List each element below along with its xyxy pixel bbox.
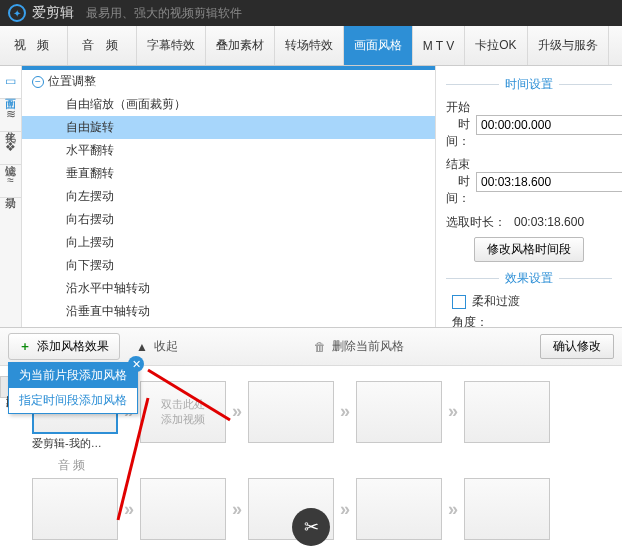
end-time-input[interactable] bbox=[476, 172, 622, 192]
audio-track-label: 音 频 bbox=[58, 457, 614, 474]
close-icon[interactable]: ✕ bbox=[128, 356, 144, 372]
tab-audio[interactable]: 音 频 bbox=[68, 26, 136, 65]
modify-time-button[interactable]: 修改风格时间段 bbox=[474, 237, 584, 262]
category-side-nav: ▭画面 ≋美化 ❖滤镜 ≈动景 bbox=[0, 66, 22, 327]
add-style-context-menu: ✕ 为当前片段添加风格 指定时间段添加风格 bbox=[8, 362, 138, 414]
context-item-time-range[interactable]: 指定时间段添加风格 bbox=[9, 388, 137, 413]
effect-list-item[interactable]: 自由旋转 bbox=[22, 116, 435, 139]
effect-list-item[interactable]: 向右摆动 bbox=[22, 208, 435, 231]
effect-group-header[interactable]: − 位置调整 bbox=[22, 70, 435, 93]
add-style-button[interactable]: ＋ 添加风格效果 bbox=[8, 333, 120, 360]
time-section-title: 时间设置 bbox=[446, 76, 612, 93]
tab-karaoke[interactable]: 卡拉OK bbox=[465, 26, 527, 65]
chevron-up-icon: ▲ bbox=[136, 340, 148, 354]
end-time-label: 结束时间： bbox=[446, 156, 470, 207]
effect-list-item[interactable]: 水平倾斜 bbox=[22, 323, 435, 327]
sidenav-filter[interactable]: ❖滤镜 bbox=[0, 132, 21, 165]
chevron-right-icon: » bbox=[232, 401, 242, 422]
tab-style[interactable]: 画面风格 bbox=[344, 26, 413, 65]
effect-list-item[interactable]: 水平翻转 bbox=[22, 139, 435, 162]
clip-thumb-empty[interactable] bbox=[248, 381, 334, 443]
effect-list-pane: − 位置调整 自由缩放（画面裁剪）自由旋转水平翻转垂直翻转向左摆动向右摆动向上摆… bbox=[22, 66, 436, 327]
scissors-fab-icon[interactable]: ✂ bbox=[292, 508, 330, 546]
angle-label: 角度： bbox=[452, 314, 612, 327]
effect-list-item[interactable]: 自由缩放（画面裁剪） bbox=[22, 93, 435, 116]
filter-icon: ❖ bbox=[5, 140, 16, 154]
tab-mtv[interactable]: M T V bbox=[413, 26, 466, 65]
clip-thumb-empty[interactable]: 双击此处添加视频 bbox=[140, 381, 226, 443]
chevron-right-icon: » bbox=[448, 499, 458, 520]
soft-transition-checkbox[interactable]: 柔和过渡 bbox=[452, 293, 612, 310]
clip-thumb-empty[interactable] bbox=[464, 381, 550, 443]
app-subtitle: 最易用、强大的视频剪辑软件 bbox=[86, 5, 242, 22]
effect-list-item[interactable]: 沿水平中轴转动 bbox=[22, 277, 435, 300]
sidenav-motion[interactable]: ≈动景 bbox=[0, 165, 21, 198]
chevron-right-icon: » bbox=[340, 499, 350, 520]
tab-subtitle[interactable]: 字幕特效 bbox=[137, 26, 206, 65]
effect-list-item[interactable]: 垂直翻转 bbox=[22, 162, 435, 185]
duration-label: 选取时长： bbox=[446, 214, 506, 231]
tab-upgrade[interactable]: 升级与服务 bbox=[528, 26, 609, 65]
trash-icon: 🗑 bbox=[314, 340, 326, 354]
app-logo-icon: ✦ bbox=[8, 4, 26, 22]
audio-thumb-empty[interactable] bbox=[140, 478, 226, 540]
app-logo-wrap: ✦ 爱剪辑 bbox=[8, 4, 74, 22]
audio-thumb-empty[interactable] bbox=[356, 478, 442, 540]
audio-thumb-empty[interactable] bbox=[464, 478, 550, 540]
sidenav-frame[interactable]: ▭画面 bbox=[0, 66, 21, 99]
effect-list-item[interactable]: 沿垂直中轴转动 bbox=[22, 300, 435, 323]
start-time-label: 开始时间： bbox=[446, 99, 470, 150]
start-time-input[interactable] bbox=[476, 115, 622, 135]
chevron-right-icon: » bbox=[340, 401, 350, 422]
plus-icon: ＋ bbox=[19, 338, 31, 355]
effect-section-title: 效果设置 bbox=[446, 270, 612, 287]
collapse-button[interactable]: ▲ 收起 bbox=[136, 338, 178, 355]
frame-icon: ▭ bbox=[5, 74, 16, 88]
effect-list-item[interactable]: 向下摆动 bbox=[22, 254, 435, 277]
sidenav-beautify[interactable]: ≋美化 bbox=[0, 99, 21, 132]
checkbox-icon bbox=[452, 295, 466, 309]
tab-overlay[interactable]: 叠加素材 bbox=[206, 26, 275, 65]
app-name: 爱剪辑 bbox=[32, 4, 74, 22]
main-tab-bar: 视 频 音 频 字幕特效 叠加素材 转场特效 画面风格 M T V 卡拉OK 升… bbox=[0, 26, 622, 66]
tab-transition[interactable]: 转场特效 bbox=[275, 26, 344, 65]
title-bar: ✦ 爱剪辑 最易用、强大的视频剪辑软件 bbox=[0, 0, 622, 26]
confirm-button[interactable]: 确认修改 bbox=[540, 334, 614, 359]
settings-pane: 时间设置 开始时间： 结束时间： 选取时长： 00:03:18.600 修改风格… bbox=[436, 66, 622, 327]
duration-value: 00:03:18.600 bbox=[512, 213, 612, 231]
beautify-icon: ≋ bbox=[6, 107, 16, 121]
style-toolbar: ＋ 添加风格效果 ▲ 收起 🗑 删除当前风格 确认修改 bbox=[0, 328, 622, 366]
delete-style-button[interactable]: 🗑 删除当前风格 bbox=[314, 338, 404, 355]
chevron-right-icon: » bbox=[448, 401, 458, 422]
tab-video[interactable]: 视 频 bbox=[0, 26, 68, 65]
clip-thumb-empty[interactable] bbox=[356, 381, 442, 443]
collapse-icon[interactable]: − bbox=[32, 76, 44, 88]
chevron-right-icon: » bbox=[232, 499, 242, 520]
audio-thumb-empty[interactable] bbox=[32, 478, 118, 540]
effect-group-title: 位置调整 bbox=[48, 73, 96, 90]
context-item-current-clip[interactable]: 为当前片段添加风格 bbox=[9, 363, 137, 388]
effect-list-item[interactable]: 向上摆动 bbox=[22, 231, 435, 254]
clip-caption: 爱剪辑-我的… bbox=[32, 436, 118, 451]
effect-list-item[interactable]: 向左摆动 bbox=[22, 185, 435, 208]
soft-transition-label: 柔和过渡 bbox=[472, 293, 520, 310]
motion-icon: ≈ bbox=[7, 173, 14, 187]
chevron-right-icon: » bbox=[124, 499, 134, 520]
